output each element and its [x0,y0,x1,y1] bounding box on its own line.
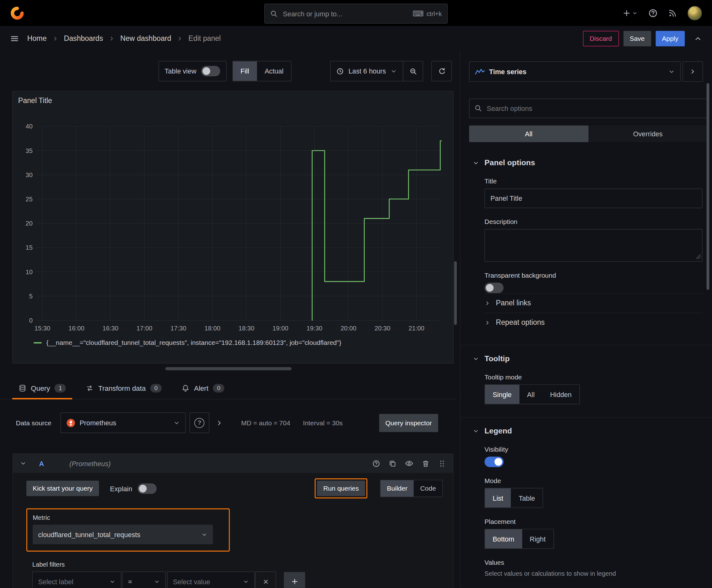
panel-options-fields: Title Description Transparent background… [484,178,702,345]
repeat-options-row[interactable]: Repeat options [484,313,702,332]
svg-text:17:30: 17:30 [170,325,187,332]
save-button[interactable]: Save [623,31,651,46]
left-pane-scrollbar[interactable] [454,261,457,325]
repeat-options-label: Repeat options [496,318,545,327]
tab-query[interactable]: Query 1 [12,378,72,399]
chevron-down-icon [473,428,479,435]
svg-text:30: 30 [26,171,33,178]
transparent-background-toggle[interactable] [484,283,503,293]
kick-start-button[interactable]: Kick start your query [26,481,99,496]
preview-resize-handle[interactable] [165,367,291,370]
drag-handle-icon[interactable] [438,460,446,467]
datasource-name: Prometheus [80,419,116,427]
resize-grip-icon[interactable] [696,254,700,259]
tab-alert-label: Alert [194,384,209,392]
global-search[interactable]: ⌨ ctrl+k [264,4,448,24]
duplicate-query-icon[interactable] [389,460,396,467]
legend-header[interactable]: Legend [460,417,712,436]
add-filter-button[interactable] [284,572,305,588]
table-view-toggle[interactable] [201,66,220,76]
user-avatar[interactable] [688,6,702,20]
panel-options-header[interactable]: Panel options [460,142,712,168]
tab-transform[interactable]: Transform data 0 [80,378,168,399]
fit-mode-group: Fill Actual [232,61,292,81]
options-pane-scrollbar[interactable] [707,83,710,290]
operator-dropdown[interactable]: = [122,572,166,588]
tab-query-count: 1 [55,384,66,392]
chevron-down-icon [668,68,675,75]
datasource-picker[interactable]: Prometheus [61,413,186,433]
news-button[interactable] [668,9,676,17]
timeseries-chart[interactable]: 051015202530354015:3016:0016:3017:0017:3… [13,91,452,337]
datasource-help-button[interactable]: ? [189,413,209,433]
fit-actual-option[interactable]: Actual [257,61,291,81]
explain-toggle[interactable] [138,483,157,493]
collapse-options-button[interactable] [683,61,703,82]
panel-options-title: Panel options [484,159,535,168]
metric-label: Metric [33,514,223,521]
rss-icon [668,9,676,17]
metric-select[interactable]: cloudflared_tunnel_total_requests [33,525,213,544]
max-data-points-stat: MD = auto = 704 [241,419,290,426]
global-search-input[interactable] [282,9,408,18]
tab-alert[interactable]: Alert 0 [175,378,231,399]
description-textarea[interactable] [484,229,702,261]
query-help-icon[interactable] [372,460,380,467]
select-value-dropdown[interactable]: Select value [167,572,255,588]
legend-visibility-toggle[interactable] [484,457,503,467]
builder-mode-option[interactable]: Builder [381,480,414,497]
run-queries-button[interactable]: Run queries [317,481,365,496]
legend-table-option[interactable]: Table [511,488,543,508]
legend-mode-group: List Table [484,488,543,508]
panel-title-input[interactable] [484,188,702,208]
refresh-button[interactable] [431,61,452,81]
clock-icon [337,67,344,75]
options-tab-overrides[interactable]: Overrides [588,125,708,142]
placement-right-option[interactable]: Right [522,529,554,548]
legend-list-option[interactable]: List [485,488,511,508]
menu-toggle-button[interactable] [10,34,19,43]
fit-fill-option[interactable]: Fill [233,61,257,81]
time-range-picker[interactable]: Last 6 hours [330,61,403,81]
visualization-picker[interactable]: Time series [469,61,681,82]
discard-button[interactable]: Discard [583,31,619,46]
chevron-right-icon[interactable] [216,419,223,426]
svg-text:25: 25 [26,196,33,203]
add-button[interactable] [623,9,638,17]
tooltip-hidden-option[interactable]: Hidden [542,385,580,404]
chevron-up-icon [694,35,702,43]
legend-series-label[interactable]: {__name__="cloudflared_tunnel_total_requ… [46,339,342,346]
zoom-out-button[interactable] [403,61,423,81]
options-tab-all[interactable]: All [469,125,588,142]
svg-text:20:30: 20:30 [374,325,390,332]
breadcrumb-new-dashboard[interactable]: New dashboard [120,35,171,43]
breadcrumb-dashboards[interactable]: Dashboards [64,35,103,43]
placement-bottom-option[interactable]: Bottom [485,529,522,548]
select-label-dropdown[interactable]: Select label [33,572,121,588]
query-ref-id[interactable]: A [39,460,44,467]
panel-links-row[interactable]: Panel links [484,293,702,313]
tooltip-all-option[interactable]: All [519,385,542,404]
tab-query-label: Query [31,384,50,392]
code-mode-option[interactable]: Code [414,480,442,497]
hide-response-icon[interactable] [405,459,413,467]
remove-query-icon[interactable] [422,460,430,467]
plus-icon [291,578,298,585]
chevron-down-icon[interactable] [20,460,26,466]
query-inspector-button[interactable]: Query inspector [379,414,438,432]
apply-button[interactable]: Apply [655,31,685,46]
collapse-header-button[interactable] [694,35,702,43]
help-button[interactable] [648,8,657,18]
tooltip-header[interactable]: Tooltip [460,345,712,363]
svg-text:5: 5 [29,293,33,300]
query-editor-header[interactable]: A (Prometheus) [13,454,453,473]
remove-filter-button[interactable] [255,572,276,588]
bell-icon [182,384,190,392]
datasource-row: Data source Prometheus ? MD = auto = 704… [16,413,438,433]
tooltip-single-option[interactable]: Single [485,385,519,404]
query-toolbar-row: Kick start your query Explain Run querie… [26,478,443,499]
grafana-logo-icon[interactable] [10,6,24,20]
help-icon [648,8,657,18]
options-search-input[interactable] [469,99,707,118]
breadcrumb-home[interactable]: Home [27,35,47,43]
